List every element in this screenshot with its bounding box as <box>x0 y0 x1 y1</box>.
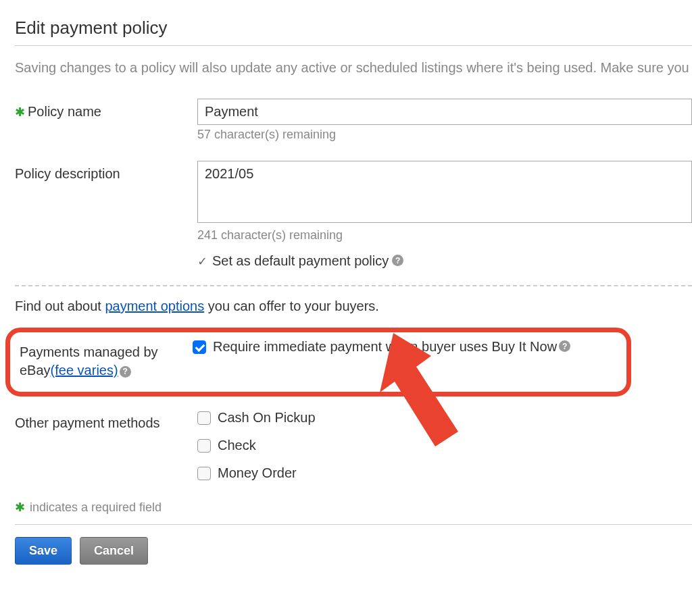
info-prefix: Find out about <box>15 299 105 313</box>
help-icon[interactable]: ? <box>392 255 403 266</box>
payment-options-info: Find out about payment options you can o… <box>15 299 692 314</box>
title-divider <box>15 45 692 46</box>
page-title: Edit payment policy <box>15 18 692 38</box>
info-suffix: you can offer to your buyers. <box>204 299 379 313</box>
cancel-button[interactable]: Cancel <box>80 537 148 565</box>
check-label: Check <box>218 438 256 453</box>
immediate-payment-checkbox[interactable] <box>193 340 206 354</box>
money-order-checkbox[interactable] <box>197 467 211 480</box>
highlight-annotation: Payments managed by eBay(fee varies)? Re… <box>5 328 631 396</box>
help-icon[interactable]: ? <box>559 340 570 352</box>
policy-name-label: Policy name <box>28 103 101 121</box>
cash-on-pickup-label: Cash On Pickup <box>218 410 316 426</box>
check-checkbox[interactable] <box>197 439 211 453</box>
fee-varies-link[interactable]: (fee varies) <box>51 363 118 378</box>
required-star-icon: ✱ <box>15 104 25 120</box>
footnote-text: indicates a required field <box>30 500 162 514</box>
other-methods-label: Other payment methods <box>15 414 160 432</box>
default-policy-label: Set as default payment policy <box>212 253 389 269</box>
policy-name-row: ✱ Policy name 57 character(s) remaining <box>15 99 692 142</box>
dashed-divider <box>15 285 692 286</box>
save-button[interactable]: Save <box>15 537 72 565</box>
checkmark-icon: ✓ <box>197 254 209 269</box>
payment-options-link[interactable]: payment options <box>105 299 204 313</box>
policy-name-hint: 57 character(s) remaining <box>197 128 692 142</box>
required-footnote: ✱ indicates a required field <box>15 500 692 515</box>
cash-on-pickup-checkbox[interactable] <box>197 411 211 425</box>
footer-divider <box>15 524 692 525</box>
policy-description-label: Policy description <box>15 165 120 183</box>
policy-name-input[interactable] <box>197 99 692 125</box>
immediate-payment-label: Require immediate payment when buyer use… <box>213 339 557 355</box>
policy-description-input[interactable]: 2021/05 <box>197 161 692 223</box>
other-methods-row: Other payment methods Cash On Pickup Che… <box>15 410 692 481</box>
help-icon[interactable]: ? <box>120 366 131 378</box>
required-star-icon: ✱ <box>15 500 25 514</box>
policy-description-row: Policy description 2021/05 241 character… <box>15 161 692 269</box>
policy-description-hint: 241 character(s) remaining <box>197 228 692 242</box>
warning-text: Saving changes to a policy will also upd… <box>15 58 692 77</box>
money-order-label: Money Order <box>218 465 297 481</box>
